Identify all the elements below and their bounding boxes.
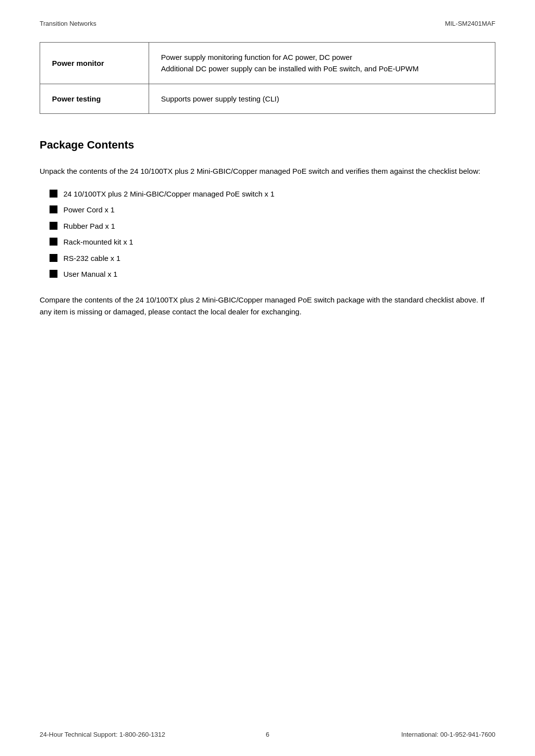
table-label-cell: Power testing (40, 84, 149, 113)
bullet-icon (50, 270, 57, 278)
list-item: User Manual x 1 (50, 269, 495, 280)
list-item: Power Cord x 1 (50, 204, 495, 216)
footer-support: 24-Hour Technical Support: 1-800-260-131… (40, 731, 165, 738)
list-item: Rubber Pad x 1 (50, 221, 495, 232)
intro-paragraph: Unpack the contents of the 24 10/100TX p… (40, 165, 495, 178)
table-content-cell: Power supply monitoring function for AC … (149, 43, 495, 84)
list-item: 24 10/100TX plus 2 Mini-GBIC/Copper mana… (50, 189, 495, 200)
package-contents-section: Package Contents Unpack the contents of … (40, 139, 495, 318)
bullet-icon (50, 254, 57, 262)
list-item-text: 24 10/100TX plus 2 Mini-GBIC/Copper mana… (63, 189, 274, 200)
table-row: Power monitorPower supply monitoring fun… (40, 43, 495, 84)
feature-table: Power monitorPower supply monitoring fun… (40, 42, 495, 114)
header-left: Transition Networks (40, 20, 96, 27)
bullet-icon (50, 238, 57, 246)
bullet-icon (50, 190, 57, 198)
section-heading: Package Contents (40, 139, 495, 151)
footer-international: International: 00-1-952-941-7600 (401, 731, 495, 738)
bullet-icon (50, 222, 57, 230)
page-footer: 24-Hour Technical Support: 1-800-260-131… (0, 731, 535, 738)
table-label-cell: Power monitor (40, 43, 149, 84)
list-item-text: Rubber Pad x 1 (63, 221, 115, 232)
closing-paragraph: Compare the contents of the 24 10/100TX … (40, 294, 495, 319)
list-item-text: Rack-mounted kit x 1 (63, 237, 133, 248)
bullet-list: 24 10/100TX plus 2 Mini-GBIC/Copper mana… (50, 189, 495, 280)
list-item-text: RS-232 cable x 1 (63, 253, 120, 264)
page-number: 6 (266, 731, 269, 738)
table-row: Power testingSupports power supply testi… (40, 84, 495, 113)
list-item-text: User Manual x 1 (63, 269, 117, 280)
list-item-text: Power Cord x 1 (63, 204, 114, 216)
list-item: Rack-mounted kit x 1 (50, 237, 495, 248)
page-header: Transition Networks MIL-SM2401MAF (40, 20, 495, 27)
table-content-cell: Supports power supply testing (CLI) (149, 84, 495, 113)
bullet-icon (50, 205, 57, 213)
list-item: RS-232 cable x 1 (50, 253, 495, 264)
header-right: MIL-SM2401MAF (445, 20, 495, 27)
page: Transition Networks MIL-SM2401MAF Power … (0, 0, 535, 756)
